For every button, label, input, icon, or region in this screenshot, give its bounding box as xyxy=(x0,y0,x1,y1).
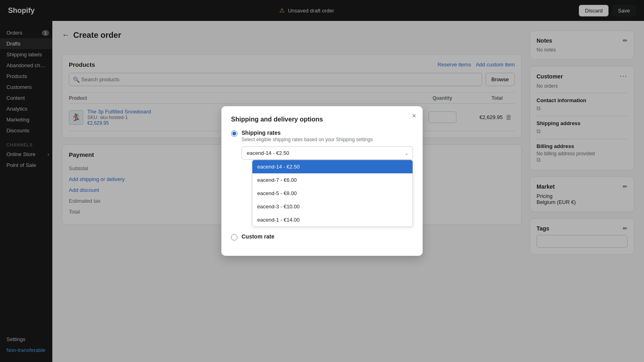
select-chevron: ⌄ xyxy=(405,150,409,156)
shipping-rates-radio[interactable] xyxy=(231,130,237,137)
shipping-rate-select-wrapper: eacend-14 - €2.50 ⌄ eacend-14 - €2.50 ea… xyxy=(242,146,413,227)
custom-rate-label: Custom rate xyxy=(231,233,413,241)
dropdown-option-2[interactable]: eacend-5 - €8.00 xyxy=(252,187,413,200)
modal-title: Shipping and delivery options xyxy=(231,116,413,123)
dropdown-option-0[interactable]: eacend-14 - €2.50 xyxy=(252,160,413,173)
shipping-rate-dropdown: eacend-14 - €2.50 eacend-7 - €6.00 eacen… xyxy=(252,160,413,227)
shipping-delivery-modal: Shipping and delivery options × Shipping… xyxy=(221,106,423,256)
custom-rate-radio[interactable] xyxy=(231,234,237,241)
modal-overlay[interactable]: Shipping and delivery options × Shipping… xyxy=(0,0,644,362)
shipping-rates-radio-group: Shipping rates Select eligible shipping … xyxy=(231,130,413,227)
dropdown-option-1[interactable]: eacend-7 - €6.00 xyxy=(252,173,413,187)
dropdown-option-4[interactable]: eacend-1 - €14.00 xyxy=(252,213,413,226)
shipping-rates-label: Shipping rates Select eligible shipping … xyxy=(231,130,413,142)
selected-shipping-option: eacend-14 - €2.50 xyxy=(247,150,289,156)
dropdown-option-3[interactable]: eacend-3 - €10.00 xyxy=(252,200,413,213)
custom-rate-radio-group: Custom rate xyxy=(231,233,413,241)
shipping-rates-text: Shipping rates xyxy=(242,130,373,136)
modal-close-button[interactable]: × xyxy=(412,112,416,120)
custom-rate-text: Custom rate xyxy=(242,233,275,240)
shipping-rates-desc: Select eligible shipping rates based on … xyxy=(242,137,373,142)
